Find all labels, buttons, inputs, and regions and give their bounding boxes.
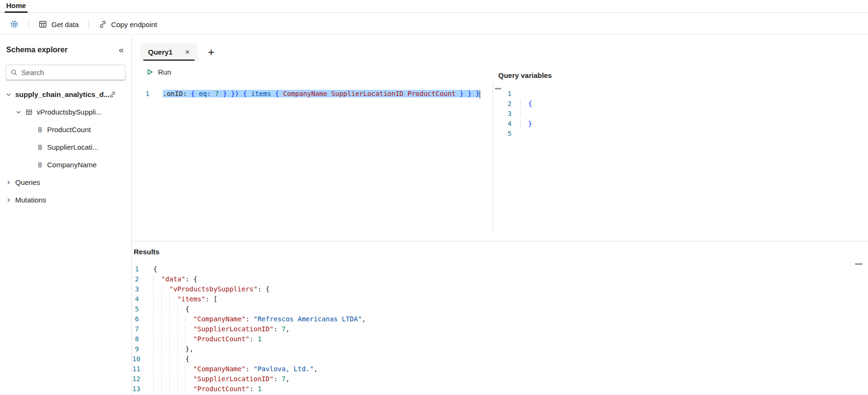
- line-content: {: [153, 354, 189, 364]
- query-variables-editor[interactable]: 12 {3 4 }5: [493, 82, 868, 233]
- results-viewer[interactable]: 1{2 "data": {3 "vProductsbySuppliers": {…: [132, 260, 868, 395]
- text-selection: .onID: { eq: 7 } }) { items { CompanyNam…: [163, 90, 480, 97]
- tree-item[interactable]: ProductCount: [0, 121, 131, 138]
- tree-item-label: supply_chain_analytics_d...: [15, 90, 109, 98]
- column-icon: [37, 144, 43, 151]
- line-number: 3: [493, 109, 520, 119]
- line-content: [520, 109, 528, 119]
- line-number: 4: [493, 119, 520, 129]
- tree-item-label: ProductCount: [47, 125, 91, 134]
- close-icon[interactable]: ×: [185, 48, 190, 56]
- play-icon: [146, 68, 154, 76]
- settings-button[interactable]: [6, 17, 23, 32]
- tab-query1-label: Query1: [148, 48, 173, 56]
- line-content: "CompanyName": "Refrescos Americanas LTD…: [153, 314, 366, 324]
- scrollbar-thumb[interactable]: [855, 263, 862, 265]
- run-button[interactable]: Run: [142, 64, 175, 79]
- code-line: 12 "SupplierLocationID": 7,: [132, 374, 868, 384]
- line-number: 4: [132, 294, 153, 304]
- code-line: 7 "SupplierLocationID": 7,: [132, 324, 868, 334]
- line-content: "SupplierLocationID": 7,: [153, 324, 290, 334]
- gear-icon: [10, 19, 19, 29]
- chevron-down-icon[interactable]: [6, 92, 11, 97]
- app-root: Home Get data: [0, 0, 868, 395]
- search-box[interactable]: [6, 65, 126, 80]
- tab-home[interactable]: Home: [5, 1, 28, 13]
- link-icon: [99, 20, 107, 29]
- line-content: "data": {: [153, 274, 197, 284]
- line-content: "items": [: [153, 294, 217, 304]
- collapse-panel-button[interactable]: «: [116, 44, 127, 55]
- tree-item[interactable]: CompanyName: [0, 156, 131, 173]
- code-line: 1{: [132, 264, 868, 274]
- line-number: 5: [132, 304, 153, 314]
- chevron-right-icon[interactable]: [6, 197, 11, 203]
- copy-endpoint-label: Copy endpoint: [111, 20, 158, 29]
- line-content: }: [520, 119, 532, 129]
- search-icon: [10, 69, 18, 76]
- line-number: 10: [132, 354, 153, 364]
- line-number: 9: [132, 344, 153, 354]
- table-icon: [25, 108, 33, 116]
- schema-explorer-header: Schema explorer «: [6, 44, 127, 55]
- tree-item[interactable]: Mutations: [0, 191, 131, 209]
- query-editor[interactable]: 1.onID: { eq: 7 } }) { items { CompanyNa…: [132, 82, 493, 233]
- tree-item[interactable]: Queries: [0, 173, 131, 191]
- code-line: 10 {: [132, 354, 868, 364]
- line-content: {: [520, 99, 532, 109]
- table-grid-icon: [39, 20, 47, 29]
- line-number: 2: [493, 99, 520, 109]
- line-number: 5: [493, 129, 520, 139]
- code-line: 5 {: [132, 304, 868, 314]
- main-area: Query1 × + Run 1.onID: { eq: 7 } }) { it…: [132, 35, 868, 395]
- line-content: "ProductCount": 1: [153, 384, 262, 394]
- add-tab-button[interactable]: +: [208, 47, 215, 58]
- search-input[interactable]: [21, 68, 121, 77]
- text-cursor: [480, 90, 481, 98]
- get-data-label: Get data: [51, 20, 79, 29]
- line-number: 7: [132, 324, 153, 334]
- toolbar-divider: [29, 19, 29, 29]
- line-number: 3: [132, 284, 153, 294]
- tree-item[interactable]: supply_chain_analytics_d...: [0, 86, 131, 103]
- column-icon: [37, 126, 43, 133]
- copy-endpoint-button[interactable]: Copy endpoint: [95, 17, 161, 31]
- tree-item[interactable]: vProductsbySuppli...: [0, 103, 131, 121]
- line-number: 2: [132, 274, 153, 284]
- results-title: Results: [134, 248, 159, 256]
- results-panel: Results 1{2 "data": {3 "vProductsbySuppl…: [132, 241, 868, 395]
- chevron-down-icon[interactable]: [16, 109, 21, 115]
- line-number: 13: [132, 384, 153, 394]
- tab-query1[interactable]: Query1 ×: [140, 43, 197, 61]
- line-content: {: [153, 304, 189, 314]
- tree-item[interactable]: SupplierLocati...: [0, 138, 131, 156]
- run-label: Run: [158, 68, 171, 76]
- line-content: "SupplierLocationID": 7,: [153, 374, 290, 384]
- code-line: 1: [493, 89, 868, 99]
- line-number: 1: [132, 89, 163, 99]
- code-line: 3 "vProductsbySuppliers": {: [132, 284, 868, 294]
- line-number: 12: [132, 374, 153, 384]
- code-line: 6 "CompanyName": "Refrescos Americanas L…: [132, 314, 868, 324]
- column-icon: [37, 162, 43, 168]
- code-line: 2 {: [493, 99, 868, 109]
- double-chevron-left-icon: «: [118, 45, 124, 55]
- line-content: {: [153, 264, 157, 274]
- line-number: 6: [132, 314, 153, 324]
- query-tabstrip: Query1 × +: [140, 43, 215, 61]
- code-line: 13 "ProductCount": 1: [132, 384, 868, 394]
- tree-item-label: Queries: [15, 178, 40, 186]
- chevron-right-icon[interactable]: [6, 180, 11, 185]
- ribbon-tab-row: Home: [0, 0, 868, 13]
- code-line: 1.onID: { eq: 7 } }) { items { CompanyNa…: [132, 89, 493, 99]
- code-line: 4 }: [493, 119, 868, 129]
- code-line: 3: [493, 109, 868, 119]
- link-icon[interactable]: [109, 91, 116, 98]
- code-line: 2 "data": {: [132, 274, 868, 284]
- code-line: 9 },: [132, 344, 868, 354]
- line-content: },: [153, 344, 193, 354]
- tree-item-label: Mutations: [15, 196, 46, 204]
- schema-tree: supply_chain_analytics_d...vProductsbySu…: [0, 86, 131, 209]
- tree-item-label: CompanyName: [47, 161, 97, 169]
- get-data-button[interactable]: Get data: [35, 17, 83, 31]
